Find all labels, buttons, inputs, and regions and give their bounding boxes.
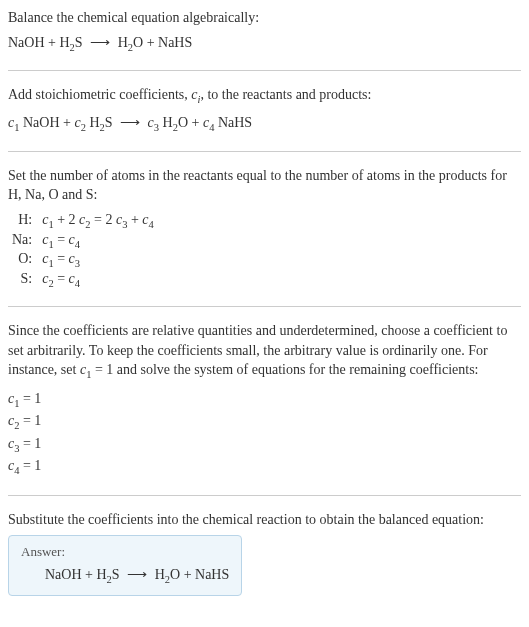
coeff-line: c4 = 1 <box>8 456 521 478</box>
coeff-line: c1 = 1 <box>8 389 521 411</box>
product-1-head: H <box>118 35 128 50</box>
r2a: H <box>86 115 100 130</box>
section-solve-coefficients: Since the coefficients are relative quan… <box>8 321 521 496</box>
reactant-2-tail: S <box>112 567 120 582</box>
reactant-2-head: H <box>96 567 106 582</box>
coefficient-equation: c1 NaOH + c2 H2S ⟶ c3 H2O + c4 NaHS <box>8 114 521 133</box>
table-row: O: c1 = c3 <box>8 250 158 270</box>
arrow: ⟶ <box>90 35 110 50</box>
plus: + <box>45 35 60 50</box>
reactant-2-tail: S <box>75 35 83 50</box>
coeff-line: c3 = 1 <box>8 434 521 456</box>
r1: NaOH <box>19 115 59 130</box>
answer-label: Answer: <box>21 544 229 560</box>
intro-text: Set the number of atoms in the reactants… <box>8 166 521 205</box>
element-label: O: <box>8 250 38 270</box>
section-add-coefficients: Add stoichiometric coefficients, ci, to … <box>8 85 521 151</box>
element-label: S: <box>8 270 38 290</box>
element-label: H: <box>8 211 38 231</box>
atom-balance-table: H: c1 + 2 c2 = 2 c3 + c4 Na: c1 = c4 O: … <box>8 211 158 290</box>
arrow: ⟶ <box>120 115 140 130</box>
intro-text: Balance the chemical equation algebraica… <box>8 8 521 28</box>
product-2: NaHS <box>195 567 229 582</box>
plus: + <box>143 35 158 50</box>
p2: NaHS <box>214 115 252 130</box>
reactant-1: NaOH <box>45 567 82 582</box>
table-row: S: c2 = c4 <box>8 270 158 290</box>
plus: + <box>188 115 203 130</box>
reactant-2-head: H <box>59 35 69 50</box>
element-equation: c1 + 2 c2 = 2 c3 + c4 <box>38 211 158 231</box>
element-equation: c1 = c4 <box>38 231 158 251</box>
intro-text: Substitute the coefficients into the che… <box>8 510 521 530</box>
table-row: H: c1 + 2 c2 = 2 c3 + c4 <box>8 211 158 231</box>
product-1-tail: O <box>133 35 143 50</box>
p1a: H <box>159 115 173 130</box>
section-answer: Substitute the coefficients into the che… <box>8 510 521 612</box>
coefficient-values: c1 = 1 c2 = 1 c3 = 1 c4 = 1 <box>8 389 521 479</box>
product-1-tail: O <box>170 567 180 582</box>
product-1-head: H <box>155 567 165 582</box>
r2b: S <box>105 115 113 130</box>
section-problem: Balance the chemical equation algebraica… <box>8 8 521 71</box>
table-row: Na: c1 = c4 <box>8 231 158 251</box>
answer-box: Answer: NaOH + H2S ⟶ H2O + NaHS <box>8 535 242 596</box>
balanced-equation: NaOH + H2S ⟶ H2O + NaHS <box>21 566 229 585</box>
text-b: = 1 and solve the system of equations fo… <box>91 362 478 377</box>
element-label: Na: <box>8 231 38 251</box>
element-equation: c1 = c3 <box>38 250 158 270</box>
unbalanced-equation: NaOH + H2S ⟶ H2O + NaHS <box>8 34 521 53</box>
arrow: ⟶ <box>127 567 147 582</box>
text-b: , to the reactants and products: <box>200 87 371 102</box>
element-equation: c2 = c4 <box>38 270 158 290</box>
plus: + <box>60 115 75 130</box>
product-2: NaHS <box>158 35 192 50</box>
text-a: Add stoichiometric coefficients, <box>8 87 191 102</box>
plus: + <box>180 567 195 582</box>
intro-text: Add stoichiometric coefficients, ci, to … <box>8 85 521 107</box>
p1b: O <box>178 115 188 130</box>
coeff-line: c2 = 1 <box>8 411 521 433</box>
plus: + <box>82 567 97 582</box>
reactant-1: NaOH <box>8 35 45 50</box>
section-atom-equations: Set the number of atoms in the reactants… <box>8 166 521 307</box>
intro-text: Since the coefficients are relative quan… <box>8 321 521 383</box>
